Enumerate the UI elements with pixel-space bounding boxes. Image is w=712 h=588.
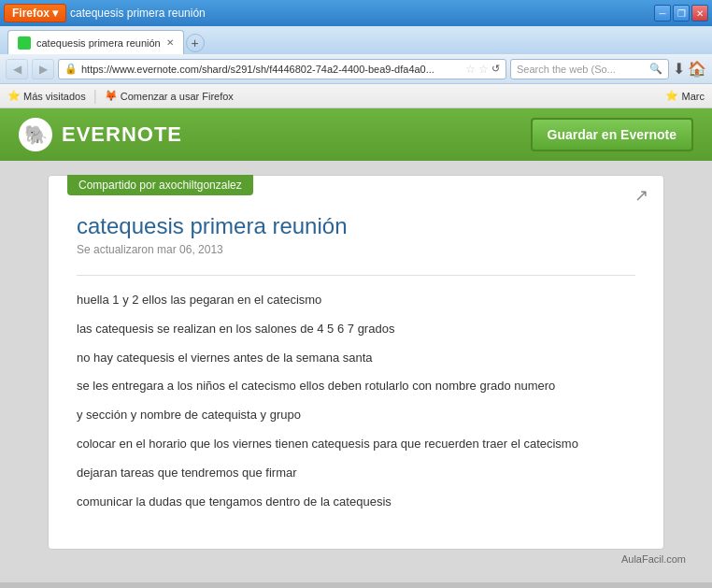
note-line-4: no hay catequesis el viernes antes de la… xyxy=(77,349,635,368)
bookmarks-right: ⭐ Marc xyxy=(665,90,705,102)
note-body: huella 1 y 2 ellos las pegaran en el cat… xyxy=(77,291,635,511)
note-divider xyxy=(77,275,635,276)
note-title: catequesis primera reunión xyxy=(77,213,635,239)
bookmark-most-visited[interactable]: ⭐ Más visitados xyxy=(7,90,86,102)
note-line-6: se les entregara a los niños el catecism… xyxy=(77,377,635,396)
url-bar[interactable]: 🔒 https://www.evernote.com/shard/s291/sh… xyxy=(58,59,506,79)
note-content: catequesis primera reunión Se actualizar… xyxy=(49,176,663,549)
firefox-menu-button[interactable]: Firefox ▾ xyxy=(4,4,66,22)
evernote-logo: 🐘 EVERNOTE xyxy=(19,118,182,151)
new-tab-button[interactable]: + xyxy=(186,34,205,52)
title-bar-left: Firefox ▾ catequesis primera reunión xyxy=(4,4,206,22)
bookmark-separator: | xyxy=(93,88,97,105)
firefox-label: Firefox xyxy=(12,7,50,20)
evernote-elephant-icon: 🐘 xyxy=(19,118,52,151)
share-icon[interactable]: ↗ xyxy=(634,185,648,206)
search-placeholder: Search the web (So... xyxy=(517,64,647,75)
evernote-name: EVERNOTE xyxy=(62,122,182,147)
note-line-10: dejaran tareas que tendremos que firmar xyxy=(77,464,635,483)
bookmark-star2-icon[interactable]: ☆ xyxy=(478,63,489,76)
note-line-7: y sección y nombre de catequista y grupo xyxy=(77,406,635,425)
minimize-button[interactable]: ─ xyxy=(654,5,671,22)
url-text: https://www.evernote.com/shard/s291/sh/f… xyxy=(81,64,462,75)
tab-title: catequesis primera reunión xyxy=(36,37,161,49)
bookmark-start-firefox-label: Comenzar a usar Firefox xyxy=(121,91,234,102)
refresh-icon[interactable]: ↺ xyxy=(491,63,500,75)
url-icons: ☆ ☆ ↺ xyxy=(465,63,500,76)
save-to-evernote-button[interactable]: Guardar en Evernote xyxy=(531,118,694,151)
dropdown-arrow: ▾ xyxy=(52,7,58,20)
bookmark-icon: ⭐ xyxy=(7,90,21,102)
lock-icon: 🔒 xyxy=(64,63,78,75)
bookmarks-bar: ⭐ Más visitados | 🦊 Comenzar a usar Fire… xyxy=(0,84,712,108)
close-button[interactable]: ✕ xyxy=(691,5,708,22)
content-area: Compartido por axochiltgonzalez ↗ catequ… xyxy=(0,161,712,582)
note-line-8: colocar en el horario que los viernes ti… xyxy=(77,435,635,454)
evernote-header: 🐘 EVERNOTE Guardar en Evernote xyxy=(0,108,712,161)
title-bar: Firefox ▾ catequesis primera reunión ─ ❐… xyxy=(0,0,712,26)
navigation-bar: ◀ ▶ 🔒 https://www.evernote.com/shard/s29… xyxy=(0,54,712,84)
note-line-1: huella 1 y 2 ellos las pegaran en el cat… xyxy=(77,291,635,310)
search-box[interactable]: Search the web (So... 🔍 xyxy=(510,59,669,79)
marc-bookmark-label: Marc xyxy=(682,91,705,102)
bookmark-star-icon[interactable]: ☆ xyxy=(465,63,476,76)
title-bar-title: catequesis primera reunión xyxy=(70,7,206,20)
window-controls: ─ ❐ ✕ xyxy=(654,5,708,22)
tab-bar: catequesis primera reunión ✕ + xyxy=(0,26,712,54)
note-line-12: comunicar la dudas que tengamos dentro d… xyxy=(77,493,635,512)
back-button[interactable]: ◀ xyxy=(6,59,28,79)
tab-favicon xyxy=(18,36,31,50)
forward-button[interactable]: ▶ xyxy=(32,59,54,79)
note-line-2: las catequesis se realizan en los salone… xyxy=(77,320,635,339)
tab-close-button[interactable]: ✕ xyxy=(166,37,174,48)
watermark: AulaFacil.com xyxy=(19,550,693,568)
shared-badge: Compartido por axochiltgonzalez xyxy=(67,175,253,195)
note-date: Se actualizaron mar 06, 2013 xyxy=(77,243,635,256)
active-tab[interactable]: catequesis primera reunión ✕ xyxy=(7,30,184,54)
note-card: Compartido por axochiltgonzalez ↗ catequ… xyxy=(48,175,664,550)
search-submit-icon[interactable]: 🔍 xyxy=(649,63,662,75)
bookmark-start-firefox[interactable]: 🦊 Comenzar a usar Firefox xyxy=(105,90,234,102)
nav-right-icons: ⬇ 🏠 xyxy=(673,60,706,78)
restore-button[interactable]: ❐ xyxy=(673,5,690,22)
bookmark-firefox-icon: 🦊 xyxy=(105,90,118,102)
home-button[interactable]: 🏠 xyxy=(688,60,706,78)
bookmark-most-visited-label: Más visitados xyxy=(23,91,86,102)
download-button[interactable]: ⬇ xyxy=(673,60,685,78)
marc-bookmark-icon: ⭐ xyxy=(665,90,678,102)
